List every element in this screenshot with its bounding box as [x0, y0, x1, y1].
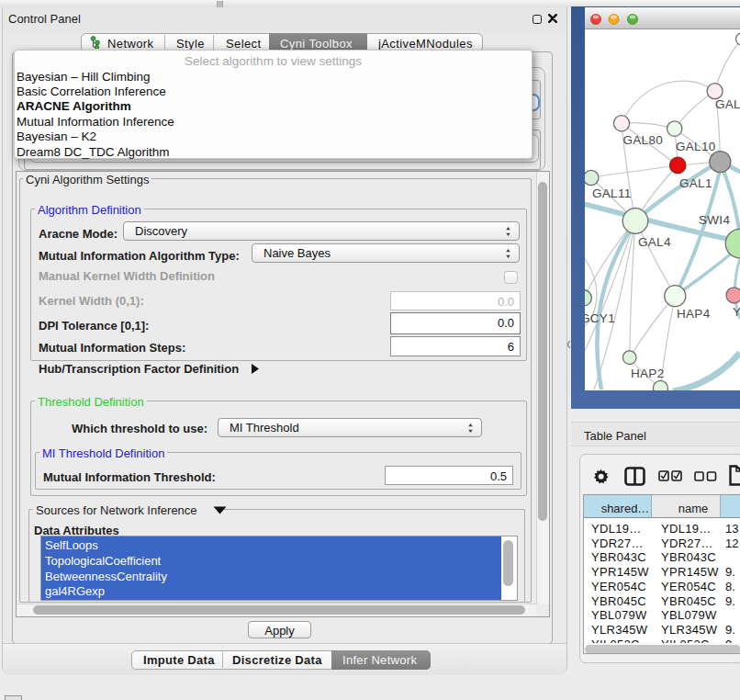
- svg-text:GAL10: GAL10: [676, 140, 716, 153]
- svg-text:GAL11: GAL11: [592, 186, 632, 200]
- svg-text:GAL4: GAL4: [638, 235, 671, 249]
- svg-text:Y: Y: [733, 305, 740, 319]
- svg-text:GCY1: GCY1: [585, 311, 615, 325]
- svg-text:HAP4: HAP4: [677, 307, 711, 321]
- svg-text:SWI4: SWI4: [699, 212, 730, 226]
- svg-text:HAP2: HAP2: [631, 367, 664, 380]
- svg-text:GAL1: GAL1: [679, 176, 712, 190]
- svg-text:GAL2: GAL2: [715, 96, 740, 110]
- svg-text:GAL80: GAL80: [623, 132, 664, 146]
